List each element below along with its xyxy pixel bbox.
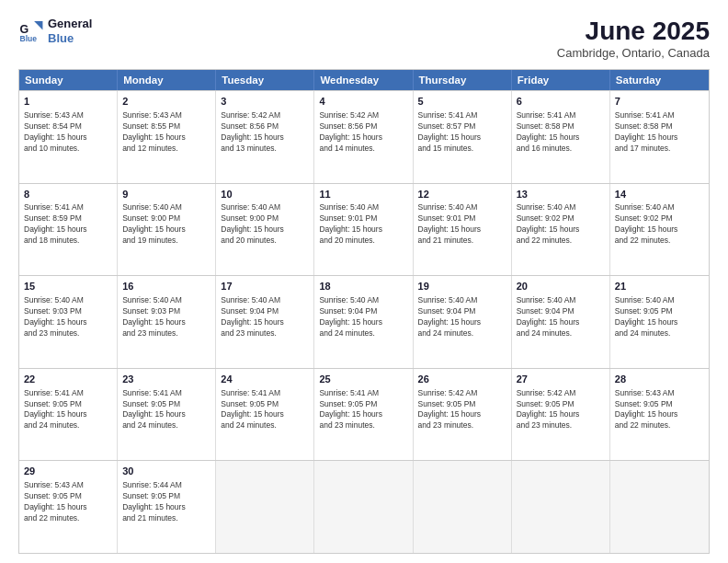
logo-text-block: General Blue xyxy=(48,17,92,45)
day-info: Sunrise: 5:41 AMSunset: 9:05 PMDaylight:… xyxy=(122,388,210,432)
month-title: June 2025 xyxy=(557,17,710,46)
day-info: Sunrise: 5:40 AMSunset: 9:04 PMDaylight:… xyxy=(319,295,407,339)
day-cell-12: 12Sunrise: 5:40 AMSunset: 9:01 PMDayligh… xyxy=(414,184,512,276)
day-number: 2 xyxy=(122,95,210,109)
day-cell-28: 28Sunrise: 5:43 AMSunset: 9:05 PMDayligh… xyxy=(610,369,709,461)
day-number: 5 xyxy=(418,95,506,109)
day-info: Sunrise: 5:40 AMSunset: 9:05 PMDaylight:… xyxy=(615,295,704,339)
calendar-row-5: 29Sunrise: 5:43 AMSunset: 9:05 PMDayligh… xyxy=(19,460,709,553)
day-number: 22 xyxy=(24,373,112,386)
day-number: 1 xyxy=(24,95,112,109)
day-info: Sunrise: 5:40 AMSunset: 9:00 PMDaylight:… xyxy=(122,202,210,247)
day-info: Sunrise: 5:42 AMSunset: 8:56 PMDaylight:… xyxy=(319,110,407,155)
day-number: 18 xyxy=(319,280,407,293)
header-day-sunday: Sunday xyxy=(19,70,118,90)
logo-line1: General xyxy=(48,17,92,31)
svg-text:Blue: Blue xyxy=(20,33,38,42)
day-cell-30: 30Sunrise: 5:44 AMSunset: 9:05 PMDayligh… xyxy=(118,461,216,553)
day-cell-16: 16Sunrise: 5:40 AMSunset: 9:03 PMDayligh… xyxy=(118,276,216,368)
day-number: 7 xyxy=(615,95,704,109)
title-block: June 2025 Cambridge, Ontario, Canada xyxy=(557,17,710,60)
day-number: 14 xyxy=(615,188,704,201)
day-cell-18: 18Sunrise: 5:40 AMSunset: 9:04 PMDayligh… xyxy=(314,276,413,368)
day-info: Sunrise: 5:40 AMSunset: 9:04 PMDaylight:… xyxy=(517,295,605,339)
day-cell-11: 11Sunrise: 5:40 AMSunset: 9:01 PMDayligh… xyxy=(314,184,413,276)
day-number: 30 xyxy=(122,465,210,478)
calendar-row-1: 1Sunrise: 5:43 AMSunset: 8:54 PMDaylight… xyxy=(19,90,709,183)
day-info: Sunrise: 5:40 AMSunset: 9:04 PMDaylight:… xyxy=(221,295,309,339)
day-number: 12 xyxy=(418,188,506,201)
day-number: 11 xyxy=(319,188,407,201)
day-number: 29 xyxy=(24,465,112,478)
header-day-thursday: Thursday xyxy=(414,70,512,90)
day-number: 9 xyxy=(122,188,210,201)
day-cell-3: 3Sunrise: 5:42 AMSunset: 8:56 PMDaylight… xyxy=(216,91,314,183)
day-cell-22: 22Sunrise: 5:41 AMSunset: 9:05 PMDayligh… xyxy=(19,369,118,461)
day-info: Sunrise: 5:42 AMSunset: 9:05 PMDaylight:… xyxy=(517,388,605,432)
logo-icon: G Blue xyxy=(18,18,44,44)
calendar-row-2: 8Sunrise: 5:41 AMSunset: 8:59 PMDaylight… xyxy=(19,183,709,276)
header: G Blue General Blue June 2025 Cambridge,… xyxy=(18,17,710,60)
day-number: 3 xyxy=(221,95,309,109)
day-number: 4 xyxy=(319,95,407,109)
day-cell-6: 6Sunrise: 5:41 AMSunset: 8:58 PMDaylight… xyxy=(512,91,610,183)
day-number: 6 xyxy=(517,95,605,109)
day-info: Sunrise: 5:41 AMSunset: 8:58 PMDaylight:… xyxy=(517,110,605,155)
empty-cell-r4c2 xyxy=(216,461,314,553)
empty-cell-r4c3 xyxy=(314,461,413,553)
calendar-header: SundayMondayTuesdayWednesdayThursdayFrid… xyxy=(19,70,709,90)
day-cell-29: 29Sunrise: 5:43 AMSunset: 9:05 PMDayligh… xyxy=(19,461,118,553)
day-info: Sunrise: 5:43 AMSunset: 8:55 PMDaylight:… xyxy=(122,110,210,155)
day-cell-9: 9Sunrise: 5:40 AMSunset: 9:00 PMDaylight… xyxy=(118,184,216,276)
day-cell-2: 2Sunrise: 5:43 AMSunset: 8:55 PMDaylight… xyxy=(118,91,216,183)
day-cell-25: 25Sunrise: 5:41 AMSunset: 9:05 PMDayligh… xyxy=(314,369,413,461)
day-number: 28 xyxy=(615,373,704,386)
empty-cell-r4c5 xyxy=(512,461,610,553)
day-cell-1: 1Sunrise: 5:43 AMSunset: 8:54 PMDaylight… xyxy=(19,91,118,183)
day-info: Sunrise: 5:43 AMSunset: 8:54 PMDaylight:… xyxy=(24,110,112,155)
day-number: 25 xyxy=(319,373,407,386)
day-info: Sunrise: 5:43 AMSunset: 9:05 PMDaylight:… xyxy=(24,480,112,524)
day-cell-15: 15Sunrise: 5:40 AMSunset: 9:03 PMDayligh… xyxy=(19,276,118,368)
day-info: Sunrise: 5:40 AMSunset: 9:02 PMDaylight:… xyxy=(615,202,704,247)
header-day-saturday: Saturday xyxy=(610,70,709,90)
day-number: 8 xyxy=(24,188,112,201)
location: Cambridge, Ontario, Canada xyxy=(557,46,710,60)
day-cell-27: 27Sunrise: 5:42 AMSunset: 9:05 PMDayligh… xyxy=(512,369,610,461)
header-day-wednesday: Wednesday xyxy=(314,70,413,90)
header-day-monday: Monday xyxy=(118,70,216,90)
day-number: 10 xyxy=(221,188,309,201)
day-info: Sunrise: 5:43 AMSunset: 9:05 PMDaylight:… xyxy=(615,388,704,432)
day-number: 26 xyxy=(418,373,506,386)
day-info: Sunrise: 5:41 AMSunset: 8:59 PMDaylight:… xyxy=(24,202,112,247)
day-info: Sunrise: 5:40 AMSunset: 9:03 PMDaylight:… xyxy=(24,295,112,339)
empty-cell-r4c4 xyxy=(414,461,512,553)
day-cell-21: 21Sunrise: 5:40 AMSunset: 9:05 PMDayligh… xyxy=(610,276,709,368)
day-cell-26: 26Sunrise: 5:42 AMSunset: 9:05 PMDayligh… xyxy=(414,369,512,461)
day-info: Sunrise: 5:41 AMSunset: 8:57 PMDaylight:… xyxy=(418,110,506,155)
day-info: Sunrise: 5:40 AMSunset: 9:01 PMDaylight:… xyxy=(418,202,506,247)
day-number: 20 xyxy=(517,280,605,293)
day-info: Sunrise: 5:41 AMSunset: 9:05 PMDaylight:… xyxy=(221,388,309,432)
day-cell-24: 24Sunrise: 5:41 AMSunset: 9:05 PMDayligh… xyxy=(216,369,314,461)
header-day-tuesday: Tuesday xyxy=(216,70,314,90)
day-info: Sunrise: 5:40 AMSunset: 9:02 PMDaylight:… xyxy=(517,202,605,247)
calendar-body: 1Sunrise: 5:43 AMSunset: 8:54 PMDaylight… xyxy=(19,90,709,553)
day-number: 13 xyxy=(517,188,605,201)
page: G Blue General Blue June 2025 Cambridge,… xyxy=(0,0,728,563)
day-info: Sunrise: 5:41 AMSunset: 9:05 PMDaylight:… xyxy=(319,388,407,432)
day-cell-4: 4Sunrise: 5:42 AMSunset: 8:56 PMDaylight… xyxy=(314,91,413,183)
day-number: 17 xyxy=(221,280,309,293)
day-cell-19: 19Sunrise: 5:40 AMSunset: 9:04 PMDayligh… xyxy=(414,276,512,368)
day-number: 15 xyxy=(24,280,112,293)
day-cell-10: 10Sunrise: 5:40 AMSunset: 9:00 PMDayligh… xyxy=(216,184,314,276)
calendar: SundayMondayTuesdayWednesdayThursdayFrid… xyxy=(18,69,710,554)
day-cell-14: 14Sunrise: 5:40 AMSunset: 9:02 PMDayligh… xyxy=(610,184,709,276)
day-number: 23 xyxy=(122,373,210,386)
day-cell-13: 13Sunrise: 5:40 AMSunset: 9:02 PMDayligh… xyxy=(512,184,610,276)
day-cell-23: 23Sunrise: 5:41 AMSunset: 9:05 PMDayligh… xyxy=(118,369,216,461)
day-number: 24 xyxy=(221,373,309,386)
day-info: Sunrise: 5:41 AMSunset: 9:05 PMDaylight:… xyxy=(24,388,112,432)
day-cell-17: 17Sunrise: 5:40 AMSunset: 9:04 PMDayligh… xyxy=(216,276,314,368)
day-info: Sunrise: 5:41 AMSunset: 8:58 PMDaylight:… xyxy=(615,110,704,155)
